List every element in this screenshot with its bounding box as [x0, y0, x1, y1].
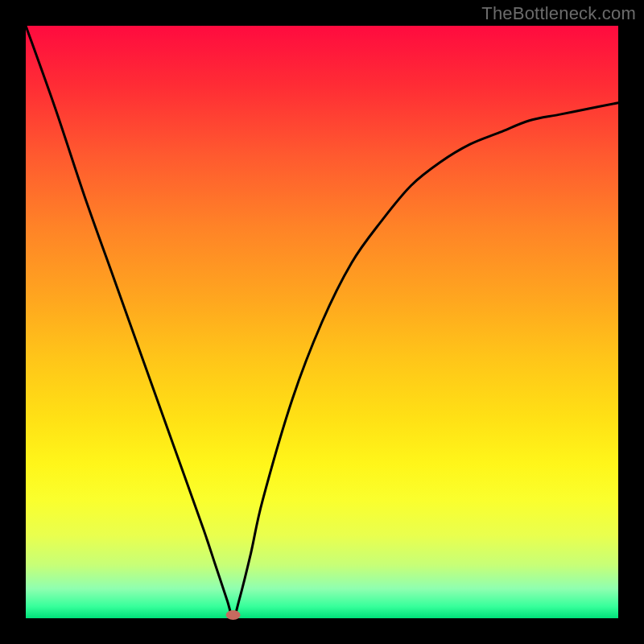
plot-area: [26, 26, 618, 618]
chart-frame: TheBottleneck.com: [0, 0, 644, 644]
watermark-label: TheBottleneck.com: [481, 3, 636, 24]
bottleneck-curve-path: [26, 26, 618, 618]
bottleneck-curve-svg: [26, 26, 618, 618]
optimum-marker: [226, 610, 241, 620]
